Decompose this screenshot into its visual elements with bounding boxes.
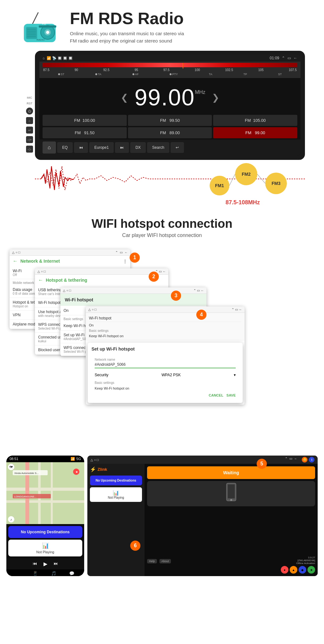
- carplay-bottom: No Upcoming Destinations 📊 Not Playing: [6, 524, 84, 558]
- topbar-icons: 📶 📡 🔲 🔲 🔲: [47, 56, 73, 60]
- station-name: Europe1: [89, 142, 114, 153]
- right-icon-1[interactable]: 😊: [302, 457, 307, 463]
- wifi-subtitle: Car player WIFI hotspot connection: [0, 233, 324, 238]
- cancel-button[interactable]: CANCEL: [209, 393, 223, 397]
- screen-right-panel: Waiting Help A: [145, 464, 318, 576]
- ws1-nav: ← Network & Internet ⋮: [10, 256, 130, 266]
- preset-3[interactable]: FM 105.00: [213, 115, 297, 126]
- help-button[interactable]: Help: [147, 559, 157, 563]
- svg-rect-20: [6, 500, 84, 503]
- music-icon[interactable]: 🎵: [51, 571, 56, 576]
- preset-6[interactable]: FM 99.00: [213, 127, 297, 138]
- step-3-badge: 3: [171, 291, 181, 301]
- next-track-button[interactable]: ⏭: [115, 142, 129, 153]
- ws4-bg-content: Wi-Fi hotspot On Basic settings Keep Wi-…: [86, 313, 245, 341]
- freq-prev-button[interactable]: ❮: [114, 92, 134, 103]
- svg-text:Xinda Automobile S...: Xinda Automobile S...: [14, 472, 39, 475]
- map-area: Xinda Automobile S... LONGGANGUNE... ★ 🗺…: [6, 462, 84, 524]
- music-bars-icon-2: 📊: [92, 490, 139, 496]
- music-bars-icon: 📊: [11, 542, 80, 549]
- right-icon-2[interactable]: ℹ: [309, 457, 314, 463]
- home-icon: ⌂: [43, 56, 45, 60]
- ws1-topbar: △ ○ □ ⌃▭←: [10, 249, 130, 256]
- ws4-topbar: △ ○ □ ⌃ ▭ ←: [86, 306, 245, 313]
- red-circle-icon[interactable]: ●: [281, 566, 288, 574]
- fm-device: ⌂ 📶 📡 🔲 🔲 🔲 01:09 ⌃ ▭ ← 87.59092.59597.5…: [35, 51, 305, 160]
- power-button[interactable]: ⏻: [26, 108, 33, 115]
- bottom-info: Help About 3.9.27 [ZWLAB90D98] Offline A…: [147, 556, 315, 574]
- svg-rect-19: [6, 488, 84, 491]
- svg-text:RADIO: RADIO: [37, 38, 44, 41]
- minimize-icon: ▭: [287, 56, 291, 60]
- frequency-scale: 87.59092.59597.5100102.5105107.5 ST TA A…: [39, 62, 300, 78]
- eq-button[interactable]: EQ: [57, 142, 73, 153]
- step-6-badge: 6: [130, 541, 140, 551]
- blue-circle-icon[interactable]: ◆: [299, 566, 306, 574]
- chat-icon[interactable]: 💬: [69, 571, 74, 576]
- dx-button[interactable]: DX: [130, 142, 146, 153]
- wifi-section: WIFI hotspot connection Car player WIFI …: [0, 204, 324, 243]
- prev-track-button[interactable]: ⏮: [74, 142, 88, 153]
- ws2-nav: ← Hotspot & tethering: [35, 275, 168, 286]
- fm-bubbles-group: FM1 FM2 FM3 87.5-108MHz: [210, 163, 292, 198]
- home-side-button[interactable]: ⌂: [26, 117, 33, 124]
- main-screen-topbar: △ ○ □ ⌃▭← 😊 ℹ: [87, 456, 318, 464]
- phone-status-bar: 08:51 📶 5G: [6, 456, 84, 462]
- freq-numbers: 87.59092.59597.5100102.5105107.5: [43, 68, 297, 72]
- orange-circle-icon[interactable]: ▲: [290, 566, 297, 574]
- fm-home-button[interactable]: ⌂: [43, 141, 56, 154]
- step-2-badge: 2: [149, 272, 159, 282]
- carplay-section: 5 6 08:51 📶 5G: [6, 456, 318, 576]
- svg-text:LONGGANGUNE...: LONGGANGUNE...: [14, 495, 37, 498]
- wifi-setup-dialog[interactable]: Set up Wi-Fi hotspot Network name #Andro…: [88, 343, 243, 403]
- preset-5[interactable]: FM 89.00: [128, 127, 212, 138]
- freq-next-button[interactable]: ❯: [206, 92, 226, 103]
- dialog-buttons: CANCEL SAVE: [91, 391, 239, 399]
- svg-text:FM: FM: [42, 22, 46, 25]
- no-dest-card: No Upcoming Destinations: [90, 476, 142, 485]
- bubble-lines: [210, 163, 292, 198]
- svg-line-0: [32, 13, 38, 25]
- current-frequency: 99.00: [134, 84, 195, 110]
- carplay-phone: 08:51 📶 5G: [6, 456, 84, 576]
- return-button[interactable]: ↩: [171, 142, 184, 153]
- network-name-group: Network name #AndroidAP_5066: [91, 355, 239, 371]
- radio-icon: FM RADIO: [19, 10, 60, 44]
- vol-up-button[interactable]: ◁+: [26, 136, 33, 143]
- ws3-title-bar: Wi-Fi hotspot: [60, 294, 206, 306]
- time-display: 01:09: [270, 56, 279, 60]
- grid-icon[interactable]: ⊞: [16, 571, 20, 576]
- phone-icon[interactable]: 📱: [33, 571, 38, 576]
- back-side-button[interactable]: ↩: [26, 127, 33, 134]
- about-button[interactable]: About: [159, 559, 171, 563]
- preset-1[interactable]: FM 100.00: [43, 115, 127, 126]
- device-placeholder: [147, 481, 315, 506]
- preset-2[interactable]: FM 99.50: [128, 115, 212, 126]
- fast-forward-button[interactable]: ⏭: [54, 561, 58, 567]
- vol-down-button[interactable]: ◁-: [26, 146, 33, 153]
- step-4-badge: 4: [196, 310, 206, 320]
- preset-4[interactable]: FM 91.50: [43, 127, 127, 138]
- phone-placeholder-icon: [225, 483, 238, 505]
- play-button[interactable]: ▶: [44, 561, 47, 567]
- not-playing-label-2: Not Playing: [92, 496, 139, 499]
- chevron-up-icon: ⌃: [282, 56, 285, 60]
- green-circle-icon[interactable]: ★: [307, 566, 315, 574]
- svg-text:★: ★: [75, 470, 78, 474]
- svg-rect-11: [39, 25, 56, 28]
- version-info: 3.9.27 [ZWLAB90D98] Offline Activation: [296, 556, 315, 565]
- preset-grid: FM 100.00 FM 99.50 FM 105.00 FM 91.50 FM…: [39, 114, 300, 140]
- save-button[interactable]: SAVE: [226, 393, 236, 397]
- not-playing-card: 📊 Not Playing: [8, 540, 82, 556]
- svg-line-14: [229, 174, 235, 186]
- search-button[interactable]: Search: [147, 142, 169, 153]
- security-row: Security WPA2 PSK ▾: [91, 371, 239, 379]
- svg-point-10: [46, 31, 49, 34]
- freq-needle: [183, 63, 183, 69]
- freq-unit: MHz: [195, 89, 206, 95]
- svg-rect-30: [228, 484, 235, 498]
- rewind-button[interactable]: ⏮: [33, 561, 37, 567]
- no-destinations-card: No Upcoming Destinations: [8, 526, 82, 538]
- waiting-button[interactable]: Waiting: [147, 466, 315, 479]
- main-carplay-screen: △ ○ □ ⌃▭← 😊 ℹ ⚡ Zlink: [87, 456, 318, 576]
